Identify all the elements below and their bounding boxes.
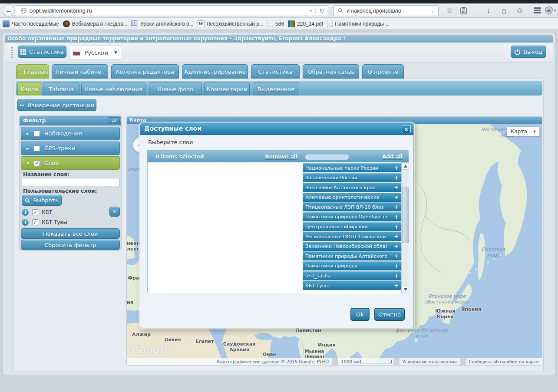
layer-option[interactable]: Региональные ООПТ Самарской+	[303, 232, 401, 241]
filter-section-observations[interactable]: ► Наблюдения	[21, 127, 120, 140]
menu-hamburger-icon[interactable]	[532, 5, 543, 16]
observations-checkbox[interactable]	[34, 131, 40, 137]
reset-filter-button[interactable]: Сбросить фильтр	[21, 240, 120, 250]
language-selector[interactable]: Русский ▼	[69, 46, 121, 59]
show-all-layers-button[interactable]: Показать все слои	[21, 228, 120, 239]
sub-tab-strip: Карта Таблица Новые наблюдения Новые фот…	[16, 81, 542, 96]
map-type-dropdown[interactable]: Карта ▼	[507, 127, 540, 136]
home-icon[interactable]: ⌂	[499, 5, 510, 16]
add-icon[interactable]: +	[394, 175, 399, 181]
reload-icon[interactable]: ↻	[319, 7, 324, 14]
expand-arrow-icon[interactable]: ►	[26, 132, 30, 136]
filter-section-gps[interactable]: ► GPS-треки	[21, 142, 120, 155]
gps-checkbox[interactable]	[34, 145, 40, 152]
tab-main-feedback[interactable]: Обратная связь	[303, 64, 359, 79]
add-icon[interactable]: +	[394, 273, 399, 279]
map-label-country: Саудовская Аравия	[219, 341, 259, 352]
measure-distance-button[interactable]: ↔ Измерение дистанции	[17, 99, 96, 111]
tab-sub-new-observations[interactable]: Новые наблюдения	[81, 82, 145, 96]
layer-option-label: Памятники природы Оренбургской	[305, 214, 387, 220]
tab-main-statistics[interactable]: Статистика	[251, 64, 300, 79]
add-icon[interactable]: +	[394, 253, 399, 259]
choose-layers-button[interactable]: Выбрать	[22, 195, 62, 206]
filter-section-layers[interactable]: ▼ ✓ Слои	[21, 156, 120, 170]
scroll-up-button[interactable]	[402, 162, 409, 170]
tab-main-home[interactable]: ⌂ Главная	[16, 64, 49, 79]
tab-main-admin[interactable]: Администрирование	[182, 64, 248, 79]
report-error-link[interactable]: Сообщить об ошибке на карте	[466, 359, 542, 364]
layer-name-input[interactable]	[22, 178, 120, 186]
add-all-link[interactable]: Add all	[382, 154, 409, 160]
layer-option[interactable]: Ключевые орнитологические+	[303, 193, 401, 202]
selected-layers-list[interactable]	[148, 162, 302, 293]
logout-button[interactable]: Выход	[511, 46, 546, 58]
tab-sub-table[interactable]: Таблица	[43, 82, 79, 96]
tab-sub-selected[interactable]: Выделенное	[253, 82, 299, 96]
layer-option[interactable]: Заказники Алтайского края+	[303, 183, 401, 192]
add-icon[interactable]: +	[394, 204, 399, 210]
bookmark-item[interactable]: Памятники природы ...	[327, 21, 390, 27]
add-icon[interactable]: +	[394, 224, 399, 230]
layer-option[interactable]: Национальные парки России+	[303, 163, 401, 172]
expand-arrow-icon[interactable]: ►	[26, 146, 30, 151]
add-icon[interactable]: +	[394, 214, 399, 220]
layer-option[interactable]: КБТ Тувы+	[303, 281, 401, 290]
layer-option[interactable]: Памятники природы Оренбургской+	[303, 212, 401, 221]
layer-option[interactable]: Памятники природы Алтайского+	[303, 251, 401, 260]
hello-smiley-icon[interactable]: ☺	[514, 5, 525, 16]
info-icon[interactable]: i	[22, 219, 29, 226]
addon-caret-icon[interactable]: ▾	[552, 5, 558, 16]
add-icon[interactable]: +	[394, 194, 399, 201]
cancel-button[interactable]: Отмена	[374, 308, 405, 321]
info-icon[interactable]: i	[22, 209, 29, 216]
add-icon[interactable]: +	[394, 165, 399, 171]
downloads-icon[interactable]: ↓	[483, 5, 494, 16]
section-label: Слои	[44, 160, 59, 166]
layer-option[interactable]: Птицеопасные ЛЭП ВЛ-10 близ+	[303, 202, 401, 211]
scrollbar-thumb[interactable]	[402, 188, 409, 243]
layer-option[interactable]: Центральный сибирский+	[303, 222, 401, 231]
tab-sub-map[interactable]: Карта	[17, 82, 41, 96]
layer-option[interactable]: Заказники Новосибирской области+	[303, 242, 401, 251]
edit-layer-pencil-icon[interactable]: ✎	[109, 207, 120, 217]
statistics-button[interactable]: Статистика	[18, 46, 66, 58]
add-icon[interactable]: +	[394, 184, 399, 191]
scrollbar[interactable]	[401, 162, 409, 293]
bookmark-item[interactable]: Часто посещаемые	[3, 20, 59, 27]
filter-swap-icon[interactable]: ⇄	[108, 117, 120, 124]
remove-all-link[interactable]: Remove all	[265, 154, 302, 160]
tab-main-cabinet[interactable]: Личный кабинет	[52, 64, 108, 79]
search-go-icon[interactable]: →	[428, 7, 434, 14]
url-bar[interactable]: oopt.wildlifemonitoring.ru ▾ ↻	[14, 5, 328, 16]
url-dropdown-icon[interactable]: ▾	[310, 9, 312, 13]
layer-search-input[interactable]	[305, 154, 349, 160]
layers-checkbox[interactable]: ✓	[34, 160, 40, 166]
bookmarks-panel-icon[interactable]	[458, 5, 469, 16]
tab-main-about[interactable]: О проекте	[362, 64, 404, 79]
back-button[interactable]: ←	[3, 4, 15, 16]
tab-sub-comments[interactable]: Комментарии	[204, 82, 250, 96]
add-icon[interactable]: +	[394, 233, 399, 240]
bookmark-star-icon[interactable]: ☆	[444, 5, 455, 16]
layer-option[interactable]: test_sasha+	[303, 271, 401, 280]
search-input[interactable]: и наконец произошло →	[333, 5, 439, 16]
bookmark-item[interactable]: W Лесохозяйственный р...	[198, 20, 264, 27]
ok-button[interactable]: Ok	[350, 308, 370, 321]
scroll-down-button[interactable]	[402, 286, 409, 293]
terms-link[interactable]: Условия использования	[400, 359, 460, 364]
bookmark-item[interactable]: 586	[267, 21, 284, 27]
tab-main-editor[interactable]: Колонка редактора	[111, 64, 179, 79]
close-icon[interactable]: ×	[402, 125, 411, 133]
layer-checkbox[interactable]: ✓	[32, 209, 38, 215]
tab-sub-new-photos[interactable]: Новые фото	[149, 82, 201, 96]
bookmark-item[interactable]: Вебкамера в гнездов...	[63, 20, 128, 27]
add-icon[interactable]: +	[394, 282, 399, 289]
add-icon[interactable]: +	[394, 243, 399, 250]
bookmark-item[interactable]: 220_14.pdf	[288, 20, 323, 27]
collapse-arrow-icon[interactable]: ▼	[26, 161, 30, 165]
layer-option[interactable]: Заповедники России+	[303, 173, 401, 182]
add-icon[interactable]: +	[394, 263, 399, 269]
bookmark-item[interactable]: Уроки английского о...	[131, 20, 193, 27]
layer-option[interactable]: Памятники природы+	[303, 261, 401, 270]
layer-checkbox[interactable]: ✓	[32, 219, 38, 225]
